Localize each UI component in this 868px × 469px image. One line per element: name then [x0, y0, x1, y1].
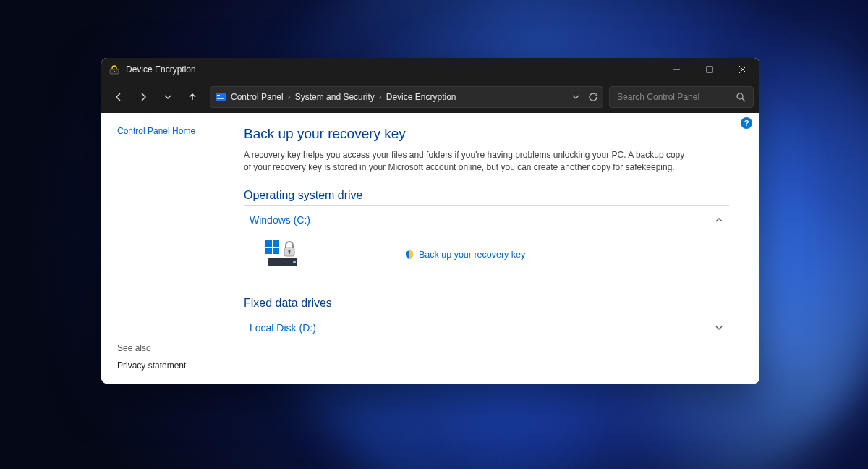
privacy-statement-link[interactable]: Privacy statement: [117, 360, 235, 371]
drive-c-body: Back up your recovery key: [244, 230, 729, 291]
app-icon: [109, 64, 120, 75]
chevron-right-icon: ›: [379, 92, 382, 102]
search-icon: [736, 93, 746, 102]
drive-d-header[interactable]: Local Disk (D:): [244, 318, 729, 338]
drive-name: Windows (C:): [250, 214, 713, 226]
chevron-down-icon: [713, 322, 725, 334]
breadcrumb-item[interactable]: Device Encryption: [386, 92, 456, 102]
search-input[interactable]: Search Control Panel: [609, 86, 754, 108]
up-button[interactable]: [181, 85, 204, 109]
chevron-up-icon: [713, 214, 725, 226]
page-description: A recovery key helps you access your fil…: [244, 149, 692, 174]
os-drive-heading: Operating system drive: [244, 189, 729, 206]
control-panel-window: Device Encryption: [101, 58, 760, 384]
svg-rect-14: [273, 248, 279, 254]
back-button[interactable]: [107, 85, 130, 109]
svg-rect-13: [265, 248, 272, 254]
drive-encrypted-icon: [265, 240, 303, 269]
control-panel-home-link[interactable]: Control Panel Home: [117, 126, 235, 136]
close-button[interactable]: [726, 58, 760, 81]
drive-name: Local Disk (D:): [250, 322, 713, 334]
content-area: ? Control Panel Home See also Privacy st…: [101, 113, 760, 384]
navbar: Control Panel › System and Security › De…: [101, 81, 760, 113]
svg-rect-3: [707, 67, 712, 72]
drive-c-header[interactable]: Windows (C:): [244, 210, 729, 230]
svg-rect-8: [217, 98, 224, 99]
shield-icon: [404, 250, 414, 260]
window-title: Device Encryption: [126, 64, 660, 75]
backup-recovery-key-link[interactable]: Back up your recovery key: [404, 250, 525, 260]
chevron-right-icon: ›: [288, 92, 291, 102]
refresh-button[interactable]: [588, 92, 598, 102]
breadcrumb-item[interactable]: System and Security: [295, 92, 375, 102]
sidebar: Control Panel Home See also Privacy stat…: [101, 113, 235, 384]
breadcrumb-item[interactable]: Control Panel: [231, 92, 284, 102]
titlebar[interactable]: Device Encryption: [101, 58, 760, 81]
action-link-label: Back up your recovery key: [419, 250, 525, 260]
chevron-down-icon[interactable]: [572, 93, 579, 101]
page-title: Back up your recovery key: [244, 126, 729, 142]
search-placeholder: Search Control Panel: [617, 92, 736, 102]
forward-button[interactable]: [132, 85, 155, 109]
main-panel: Back up your recovery key A recovery key…: [235, 113, 760, 384]
address-bar[interactable]: Control Panel › System and Security › De…: [210, 86, 603, 108]
minimize-button[interactable]: [660, 58, 693, 81]
svg-rect-12: [273, 240, 279, 247]
svg-point-16: [293, 261, 296, 263]
svg-rect-7: [217, 95, 220, 96]
svg-rect-19: [289, 251, 290, 254]
svg-line-10: [742, 98, 745, 101]
maximize-button[interactable]: [693, 58, 726, 81]
svg-rect-6: [216, 93, 226, 101]
svg-point-1: [114, 71, 115, 72]
window-controls: [660, 58, 760, 81]
svg-rect-11: [265, 240, 272, 247]
see-also-label: See also: [117, 343, 235, 353]
svg-point-9: [737, 93, 743, 99]
recent-locations-button[interactable]: [156, 85, 179, 109]
control-panel-icon: [215, 91, 226, 103]
help-icon[interactable]: ?: [741, 117, 752, 129]
fixed-drives-heading: Fixed data drives: [244, 297, 729, 313]
